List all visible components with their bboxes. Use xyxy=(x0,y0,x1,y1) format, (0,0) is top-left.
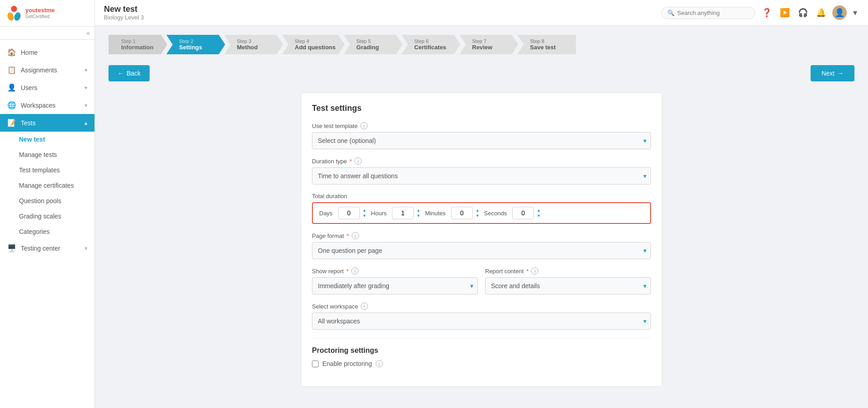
sidebar-item-label: Tests xyxy=(21,119,85,127)
sidebar-item-workspaces[interactable]: 🌐 Workspaces ▾ xyxy=(0,96,94,114)
workspace-info-icon[interactable]: i xyxy=(361,303,368,310)
sidebar-item-label: Users xyxy=(21,84,85,91)
step-2[interactable]: Step 2 Settings xyxy=(166,35,225,54)
step-2-label: Settings xyxy=(179,44,216,51)
enable-proctoring-info-icon[interactable]: i xyxy=(376,360,383,367)
template-info-icon[interactable]: i xyxy=(360,122,368,129)
days-decrement-button[interactable]: ▼ xyxy=(362,213,368,218)
step-3-label: Method xyxy=(237,44,274,51)
sidebar-subitem-grading-scales[interactable]: Grading scales xyxy=(0,209,94,224)
step-8[interactable]: Step 8 Save test xyxy=(517,35,576,54)
sidebar-item-tests[interactable]: 📝 Tests ▴ xyxy=(0,114,94,132)
header-actions: 🔍 ❓ ▶️ 🎧 🔔 👤 ▾ xyxy=(661,5,859,20)
sidebar-subitem-new-test[interactable]: New test xyxy=(0,132,94,147)
report-content-select-wrapper: Score and detailsScore onlyNothing ▾ xyxy=(485,277,651,294)
sidebar-collapse-button[interactable]: « xyxy=(86,29,90,37)
step-7[interactable]: Step 7 Review xyxy=(459,35,518,54)
svg-point-0 xyxy=(11,6,17,12)
seconds-input[interactable] xyxy=(512,207,534,219)
seconds-label: Seconds xyxy=(484,210,507,217)
help-button[interactable]: ❓ xyxy=(760,6,774,19)
minutes-increment-button[interactable]: ▲ xyxy=(475,208,481,213)
template-label-row: Use test template i xyxy=(312,122,651,129)
step-1-label: Information xyxy=(121,44,158,51)
enable-proctoring-checkbox[interactable] xyxy=(312,361,319,367)
notifications-button[interactable]: 🔔 xyxy=(814,6,828,19)
sidebar-subitem-question-pools[interactable]: Question pools xyxy=(0,193,94,209)
days-spinner: ▲ ▼ xyxy=(338,207,368,219)
show-report-label-row: Show report * i xyxy=(312,267,478,275)
step-5[interactable]: Step 5 Grading xyxy=(344,35,402,54)
step-1[interactable]: Step 1 Information xyxy=(108,35,167,54)
step-5-label: Grading xyxy=(356,44,393,51)
hours-label: Hours xyxy=(371,210,387,217)
duration-type-select[interactable]: Time to answer all questionsTime per que… xyxy=(312,167,651,185)
template-select[interactable]: Select one (optional) xyxy=(312,132,651,149)
seconds-increment-button[interactable]: ▲ xyxy=(536,208,542,213)
search-input[interactable] xyxy=(677,9,750,16)
workspace-label: Select workspace xyxy=(312,303,358,310)
sidebar-item-assignments[interactable]: 📋 Assignments ▾ xyxy=(0,61,94,79)
total-duration-label: Total duration xyxy=(312,193,347,199)
sidebar-subitem-manage-certificates[interactable]: Manage certificates xyxy=(0,178,94,193)
sidebar-item-testing-center[interactable]: 🖥️ Testing center ▾ xyxy=(0,239,94,257)
hours-increment-button[interactable]: ▲ xyxy=(415,208,421,213)
avatar-dropdown-button[interactable]: ▾ xyxy=(851,6,859,19)
hours-decrement-button[interactable]: ▼ xyxy=(415,213,421,218)
duration-type-group: Duration type * i Time to answer all que… xyxy=(312,157,651,185)
sidebar-item-users[interactable]: 👤 Users ▾ xyxy=(0,79,94,96)
avatar[interactable]: 👤 xyxy=(832,5,847,20)
minutes-spinner: ▲ ▼ xyxy=(451,207,481,219)
proctoring-title: Proctoring settings xyxy=(312,338,651,355)
next-button[interactable]: Next → xyxy=(811,65,854,81)
show-report-label: Show report xyxy=(312,268,344,275)
duration-type-info-icon[interactable]: i xyxy=(354,157,362,165)
report-content-label: Report content xyxy=(485,268,524,275)
settings-title: Test settings xyxy=(312,104,651,113)
duration-row: Days ▲ ▼ Hours ▲ xyxy=(312,202,651,224)
sidebar-subitem-manage-tests[interactable]: Manage tests xyxy=(0,147,94,162)
minutes-input[interactable] xyxy=(451,207,473,219)
play-button[interactable]: ▶️ xyxy=(778,6,792,19)
sidebar-item-label: Testing center xyxy=(21,245,85,252)
seconds-spinner-buttons: ▲ ▼ xyxy=(536,208,542,218)
step-2-num: Step 2 xyxy=(179,38,216,44)
report-content-info-icon[interactable]: i xyxy=(531,267,538,275)
show-report-select[interactable]: Immediately after gradingAfter gradingNe… xyxy=(312,277,478,294)
search-box[interactable]: 🔍 xyxy=(661,7,755,19)
step-3[interactable]: Step 3 Method xyxy=(224,35,283,54)
headset-button[interactable]: 🎧 xyxy=(796,6,810,19)
sidebar-subitem-test-templates[interactable]: Test templates xyxy=(0,162,94,178)
search-icon: 🔍 xyxy=(667,9,675,16)
sidebar-item-home[interactable]: 🏠 Home xyxy=(0,43,94,61)
page-format-group: Page format * i One question per pageAll… xyxy=(312,232,651,259)
show-report-info-icon[interactable]: i xyxy=(351,267,359,275)
duration-type-label-row: Duration type * i xyxy=(312,157,651,165)
workspace-select[interactable]: All workspaces xyxy=(312,313,651,330)
back-button[interactable]: ← Back xyxy=(108,65,150,81)
enable-proctoring-label[interactable]: Enable proctoring xyxy=(322,360,372,367)
hours-input[interactable] xyxy=(392,207,414,219)
logo: youtestme GetCertified xyxy=(0,0,94,27)
sidebar-subitem-categories[interactable]: Categories xyxy=(0,224,94,239)
content-area: Step 1 Information Step 2 Settings Step … xyxy=(95,26,868,408)
report-content-select[interactable]: Score and detailsScore onlyNothing xyxy=(485,277,651,294)
back-label: Back xyxy=(127,70,141,77)
logo-text: youtestme xyxy=(25,7,55,14)
page-format-label: Page format xyxy=(312,232,344,239)
days-increment-button[interactable]: ▲ xyxy=(362,208,368,213)
minutes-decrement-button[interactable]: ▼ xyxy=(475,213,481,218)
days-input[interactable] xyxy=(338,207,360,219)
step-4[interactable]: Step 4 Add questions xyxy=(282,35,344,54)
logo-sub: GetCertified xyxy=(25,14,55,19)
logo-icon xyxy=(5,5,23,22)
page-format-select[interactable]: One question per pageAll questions per p… xyxy=(312,242,651,259)
total-duration-group: Total duration Days ▲ ▼ Hours xyxy=(312,193,651,224)
minutes-label: Minutes xyxy=(425,210,446,217)
hours-spinner: ▲ ▼ xyxy=(392,207,421,219)
seconds-decrement-button[interactable]: ▼ xyxy=(536,213,542,218)
show-report-group: Show report * i Immediately after gradin… xyxy=(312,267,478,294)
step-6[interactable]: Step 6 Certificates xyxy=(401,35,460,54)
step-4-num: Step 4 xyxy=(295,38,335,44)
page-format-info-icon[interactable]: i xyxy=(352,232,359,239)
